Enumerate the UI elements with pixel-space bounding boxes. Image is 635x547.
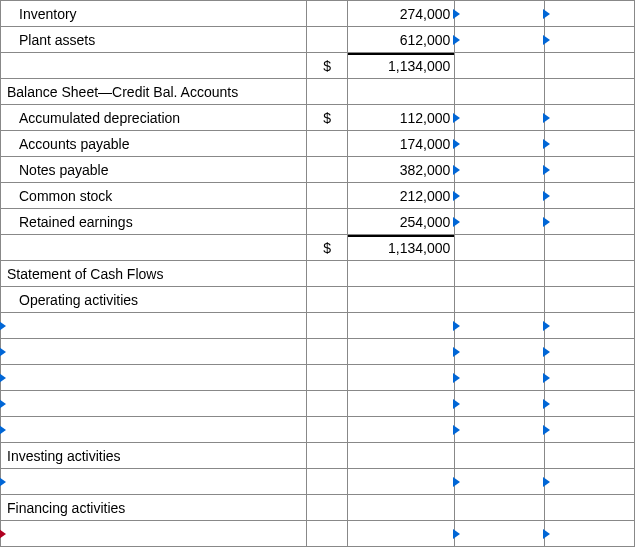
entry-cell [545,495,635,521]
row-label [1,53,307,79]
dropdown-icon[interactable] [543,35,550,45]
dropdown-icon[interactable] [543,425,550,435]
dropdown-icon[interactable] [543,399,550,409]
amount-cell: 1,134,000 [348,235,455,261]
row-label: Operating activities [1,287,307,313]
entry-cell[interactable] [455,209,545,235]
entry-cell[interactable] [545,365,635,391]
dropdown-icon[interactable] [453,35,460,45]
entry-cell[interactable] [455,391,545,417]
dropdown-icon[interactable] [543,217,550,227]
row-label[interactable] [1,339,307,365]
dropdown-icon[interactable] [543,113,550,123]
row-label[interactable] [1,521,307,547]
entry-cell[interactable] [455,27,545,53]
dropdown-icon[interactable] [0,399,6,409]
dropdown-icon[interactable] [0,347,6,357]
row-label[interactable] [1,469,307,495]
table-row [1,417,635,443]
entry-cell[interactable] [455,339,545,365]
dropdown-icon[interactable] [543,321,550,331]
dropdown-icon[interactable] [453,165,460,175]
dropdown-icon[interactable] [543,9,550,19]
dropdown-icon[interactable] [543,477,550,487]
entry-cell[interactable] [455,105,545,131]
dropdown-icon[interactable] [543,347,550,357]
dropdown-icon[interactable] [453,191,460,201]
entry-cell[interactable] [545,521,635,547]
dropdown-icon[interactable] [0,373,6,383]
row-label[interactable] [1,365,307,391]
entry-cell[interactable] [545,27,635,53]
dropdown-icon[interactable] [0,529,6,539]
dropdown-icon[interactable] [0,425,6,435]
entry-cell[interactable] [455,417,545,443]
entry-cell[interactable] [545,105,635,131]
dropdown-icon[interactable] [453,217,460,227]
currency-symbol [307,443,348,469]
row-label: Notes payable [1,157,307,183]
currency-symbol [307,183,348,209]
amount-cell [348,365,455,391]
currency-symbol [307,261,348,287]
dropdown-icon[interactable] [453,9,460,19]
dropdown-icon[interactable] [453,529,460,539]
entry-cell [455,287,545,313]
table-row [1,521,635,547]
row-label: Retained earnings [1,209,307,235]
amount-cell: 274,000 [348,1,455,27]
dropdown-icon[interactable] [543,191,550,201]
row-label[interactable] [1,313,307,339]
dropdown-icon[interactable] [453,139,460,149]
table-row: Investing activities [1,443,635,469]
amount-cell: 254,000 [348,209,455,235]
dropdown-icon[interactable] [453,399,460,409]
entry-cell[interactable] [455,365,545,391]
dropdown-icon[interactable] [453,477,460,487]
entry-cell[interactable] [455,1,545,27]
entry-cell[interactable] [545,391,635,417]
dropdown-icon[interactable] [453,425,460,435]
amount-cell: 212,000 [348,183,455,209]
table-row [1,313,635,339]
dropdown-icon[interactable] [543,139,550,149]
entry-cell[interactable] [545,313,635,339]
dropdown-icon[interactable] [453,113,460,123]
dropdown-icon[interactable] [543,165,550,175]
entry-cell[interactable] [545,183,635,209]
entry-cell[interactable] [545,469,635,495]
entry-cell[interactable] [545,417,635,443]
dropdown-icon[interactable] [0,321,6,331]
amount-cell [348,261,455,287]
entry-cell[interactable] [545,339,635,365]
entry-cell [455,443,545,469]
entry-cell[interactable] [455,183,545,209]
row-label: Investing activities [1,443,307,469]
dropdown-icon[interactable] [453,347,460,357]
entry-cell[interactable] [545,1,635,27]
row-label[interactable] [1,391,307,417]
entry-cell[interactable] [455,521,545,547]
amount-cell [348,313,455,339]
entry-cell[interactable] [455,313,545,339]
dropdown-icon[interactable] [543,373,550,383]
entry-cell[interactable] [455,157,545,183]
dropdown-icon[interactable] [0,477,6,487]
row-label[interactable] [1,417,307,443]
entry-cell[interactable] [545,209,635,235]
entry-cell[interactable] [545,131,635,157]
entry-cell[interactable] [455,469,545,495]
table-row: Statement of Cash Flows [1,261,635,287]
amount-cell [348,495,455,521]
amount-cell [348,391,455,417]
entry-cell[interactable] [455,131,545,157]
amount-cell: 174,000 [348,131,455,157]
currency-symbol [307,417,348,443]
currency-symbol [307,313,348,339]
dropdown-icon[interactable] [543,529,550,539]
dropdown-icon[interactable] [453,373,460,383]
entry-cell[interactable] [545,157,635,183]
table-row [1,339,635,365]
dropdown-icon[interactable] [453,321,460,331]
table-row: $1,134,000 [1,53,635,79]
